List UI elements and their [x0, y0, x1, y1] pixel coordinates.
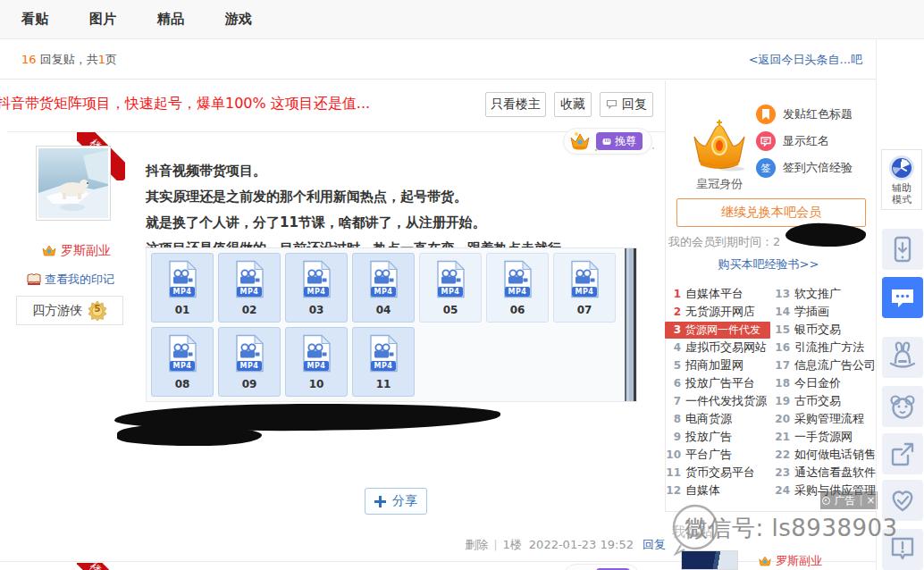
mark-link-row: 查看我的印记: [27, 272, 114, 288]
perk-red-title[interactable]: 发贴红色标题: [756, 105, 853, 124]
video-file-tile[interactable]: MP4 07: [553, 253, 616, 323]
hot-link-right[interactable]: 21一手货源网: [770, 429, 876, 446]
back-to-forum-link[interactable]: <返回今日头条自...吧: [749, 52, 862, 68]
hot-link-right[interactable]: 17信息流广告公司: [770, 357, 876, 374]
hot-link-row: 5招商加盟网 17信息流广告公司: [665, 356, 876, 374]
hot-link-right[interactable]: 15银币交易: [770, 322, 876, 339]
hot-link-left[interactable]: 3货源网一件代发: [665, 322, 770, 339]
nav-item-jingpin[interactable]: 精品: [157, 11, 184, 28]
video-file-tile[interactable]: MP4 05: [419, 253, 482, 323]
magic-hat-icon: [883, 338, 922, 377]
ad-chip[interactable]: 广告 | ×: [820, 491, 878, 509]
hot-link-left[interactable]: 10平台广告: [665, 447, 770, 464]
wechat-id-watermark: 微信号: ls8938903: [685, 513, 898, 544]
thread-title: 抖音带货矩阵项目，快速起号，爆单100% 这项目还是值...: [0, 95, 470, 113]
video-file-tile[interactable]: MP4 09: [218, 327, 281, 397]
nav-item-kantie[interactable]: 看贴: [21, 11, 48, 28]
post-time: 2022-01-23 19:52: [529, 538, 634, 551]
hot-link-right[interactable]: 14学插画: [770, 304, 876, 321]
floor-label: 1楼: [503, 538, 522, 551]
video-file-tile[interactable]: MP4 06: [486, 253, 549, 323]
share-button[interactable]: 分享: [365, 488, 427, 515]
member-expire-text: 我的会员到期时间：2: [668, 234, 780, 250]
ad-eye-icon: [822, 497, 830, 505]
hot-link-right[interactable]: 13软文推广: [770, 286, 876, 303]
hot-link-row: 4虚拟币交易网站 16引流推广方法: [665, 339, 876, 356]
ad-close-icon[interactable]: ×: [866, 494, 875, 507]
post-text-line: 抖音视频带货项目。: [146, 158, 659, 184]
reply-count: 16: [21, 53, 37, 66]
only-author-button[interactable]: 只看楼主: [485, 92, 546, 117]
nav-item-youxi[interactable]: 游戏: [225, 11, 252, 28]
hot-link-right[interactable]: 18今日金价: [770, 375, 876, 392]
nav-item-tupian[interactable]: 图片: [89, 11, 116, 28]
mp4-file-icon: MP4: [301, 260, 332, 299]
hot-link-left[interactable]: 5招商加盟网: [665, 357, 770, 374]
redeem-member-button[interactable]: 继续兑换本吧会员: [676, 198, 866, 227]
video-file-tile[interactable]: MP4 01: [151, 253, 214, 323]
view-marks-link[interactable]: 查看我的印记: [45, 272, 114, 288]
hot-link-left[interactable]: 6投放广告平台: [665, 375, 770, 392]
mp4-file-icon: MP4: [301, 334, 332, 373]
author-name[interactable]: 罗斯副业: [61, 243, 111, 259]
page-count: 1: [98, 53, 105, 66]
mobile-download-button[interactable]: [882, 229, 923, 270]
hot-link-row: 2无货源开网店 14学插画: [665, 303, 876, 321]
file-list-screenshot: MP4 01 MP4 02: [146, 247, 637, 402]
share-forward-button[interactable]: [882, 433, 923, 474]
redname-icon: [756, 131, 776, 151]
perk-red-name[interactable]: 显示红名: [756, 131, 829, 151]
hot-link-left[interactable]: 4虚拟币交易网站: [665, 339, 770, 356]
post-divider: [0, 561, 876, 562]
hot-link-left[interactable]: 9投放广告: [665, 429, 770, 446]
video-file-tile[interactable]: MP4 03: [285, 253, 348, 323]
hot-link-left[interactable]: 7一件代发找货源: [665, 393, 770, 410]
mp4-file-icon: MP4: [234, 334, 265, 373]
hot-link-right[interactable]: 23通达信看盘软件: [770, 465, 876, 482]
chat-bubble-icon: [883, 278, 922, 317]
video-file-tile[interactable]: MP4 11: [352, 327, 415, 397]
tieba-thread-page: 看贴 图片 精品 游戏 16 回复贴，共1页 <返回今日头条自...吧 抖音带货…: [0, 0, 924, 570]
video-file-tile[interactable]: MP4 08: [151, 327, 214, 397]
hot-link-right[interactable]: 19古币交易: [770, 393, 876, 410]
hot-link-left[interactable]: 11货币交易平台: [665, 465, 770, 482]
favorite-button[interactable]: 收藏: [554, 92, 592, 117]
bear-button[interactable]: [882, 386, 923, 427]
assist-clock-icon: [887, 154, 916, 182]
perk-sign-exp[interactable]: 签 签到六倍经验: [756, 158, 853, 178]
mp4-file-icon: MP4: [435, 260, 466, 299]
mp4-file-icon: MP4: [368, 260, 399, 299]
wanzun-badge[interactable]: 挽尊: [596, 132, 643, 150]
buy-exp-book-link: 购买本吧经验书>>: [668, 256, 869, 272]
mp4-file-icon: MP4: [234, 260, 265, 299]
bookmark-icon: [756, 105, 776, 124]
crown-identity-image: [690, 119, 749, 172]
mp4-file-icon: MP4: [569, 260, 600, 299]
hot-link-right[interactable]: 16引流推广方法: [770, 339, 876, 356]
plus-icon: [374, 496, 386, 507]
post-badge-pill: 挽尊: [563, 128, 652, 155]
floor2-author-name[interactable]: 罗斯副业: [776, 553, 822, 569]
delete-link[interactable]: 删除: [465, 538, 488, 551]
hot-link-right[interactable]: 22如何做电话销售: [770, 447, 876, 464]
level-badge: 5: [88, 301, 107, 321]
magic-hat-button[interactable]: [882, 337, 923, 378]
hot-link-right[interactable]: 20采购管理流程: [770, 411, 876, 428]
hot-link-left[interactable]: 1自媒体平台: [665, 286, 770, 303]
video-file-tile[interactable]: MP4 04: [352, 253, 415, 323]
hot-link-left[interactable]: 2无货源开网店: [665, 304, 770, 321]
author-level-box: 四方游侠 5: [16, 296, 123, 325]
hot-link-left[interactable]: 8电商货源: [665, 411, 770, 428]
floor2-author-row: 罗斯副业: [758, 553, 822, 569]
post-footer: 删除|1楼2022-01-23 19:52回复: [357, 537, 666, 553]
author-avatar[interactable]: [36, 146, 111, 221]
censored-code-scribble: [117, 424, 262, 447]
feedback-chat-button[interactable]: [882, 277, 923, 318]
video-file-tile[interactable]: MP4 10: [285, 327, 348, 397]
hot-link-row: 7一件代发找货源 19古币交易: [665, 392, 876, 410]
reply-button[interactable]: 回复: [600, 92, 653, 117]
scrollbar[interactable]: [625, 248, 636, 401]
assist-mode-button[interactable]: 辅助 模式: [881, 149, 922, 210]
video-file-tile[interactable]: MP4 02: [218, 253, 281, 323]
post-text-line: 就是换了个人讲，分了11节课，啥都讲了，从注册开始。: [146, 210, 659, 236]
